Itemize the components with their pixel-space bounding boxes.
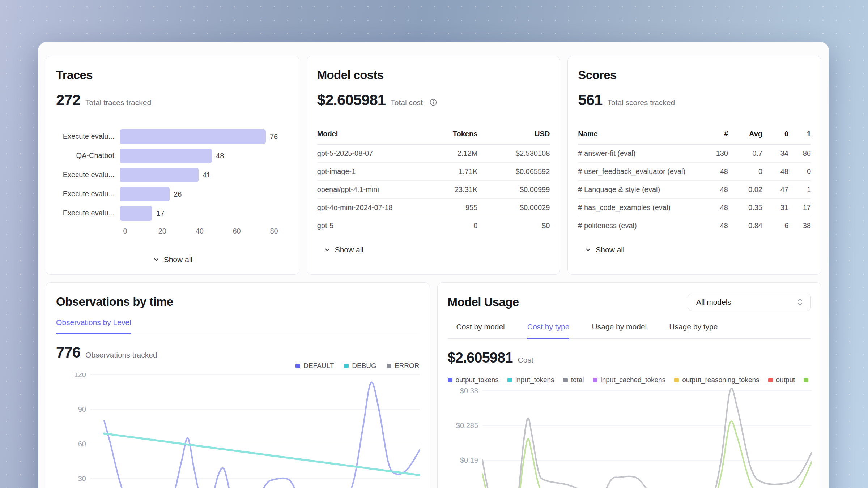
bar-value-label: 26 (174, 187, 182, 201)
table-cell: 1 (788, 181, 811, 199)
table-cell: # user_feedback_evaluator (eval) (578, 163, 699, 181)
series-total-line (482, 389, 812, 488)
legend-color-dot (593, 378, 597, 382)
legend-color-dot (768, 378, 773, 382)
table-cell: gpt-5-2025-08-07 (317, 145, 418, 163)
bar-row: Execute evalu...26 (56, 184, 289, 204)
table-cell: 48 (699, 199, 728, 217)
card-title: Model costs (317, 68, 550, 82)
tab-observations-by-level[interactable]: Observations by Level (56, 318, 131, 334)
legend-item: DEBUG (344, 362, 376, 370)
table-header-cell: 1 (788, 130, 811, 145)
info-icon (429, 98, 437, 106)
table-header-cell: USD (477, 130, 550, 145)
table-header-cell: # (699, 130, 728, 145)
table-cell: 955 (418, 199, 477, 217)
table-cell: 0 (788, 163, 811, 181)
show-all-label: Show all (164, 255, 192, 264)
chevron-down-icon (324, 246, 331, 253)
table-cell: 31 (762, 199, 788, 217)
legend-label: input_cached_tokens (601, 376, 666, 384)
table-cell: gpt-4o-mini-2024-07-18 (317, 199, 418, 217)
series-DEFAULT-line (104, 382, 420, 488)
stat-value: $2.605981 (448, 350, 513, 366)
table-cell: # politeness (eval) (578, 217, 699, 235)
model-usage-header: Model Usage All models (448, 294, 811, 311)
bar-track: 41 (120, 168, 289, 182)
legend-label: output_reasoning_tokens (682, 376, 759, 384)
show-all-button[interactable]: Show all (324, 245, 363, 254)
card-traces: Traces 272 Total traces tracked Execute … (46, 56, 299, 275)
bar-value-label: 41 (203, 168, 210, 182)
bar (120, 168, 199, 182)
card-model-costs: Model costs $2.605981 Total cost ModelTo… (307, 56, 561, 275)
table-cell: 0.35 (728, 199, 762, 217)
stat-row: $2.605981 Total cost (317, 91, 550, 109)
y-axis-tick-label: 90 (78, 405, 86, 413)
bar-value-label: 17 (156, 206, 164, 221)
dashboard-container: Traces 272 Total traces tracked Execute … (38, 42, 829, 488)
table-row: gpt-50$0 (317, 217, 550, 235)
model-select-value: All models (696, 298, 731, 307)
table-cell: 0 (418, 217, 477, 235)
y-axis-tick-label: 30 (78, 475, 86, 483)
table-cell: 47 (762, 181, 788, 199)
tab-cost-by-model[interactable]: Cost by model (456, 322, 505, 339)
tab-usage-by-type[interactable]: Usage by type (669, 322, 718, 339)
legend-color-dot (344, 364, 349, 368)
legend-color-dot (804, 378, 808, 382)
card-title: Scores (578, 68, 811, 82)
table-cell: $0.00999 (477, 181, 550, 199)
tab-usage-by-model[interactable]: Usage by model (592, 322, 647, 339)
model-select[interactable]: All models (688, 294, 811, 311)
table-cell: 6 (762, 217, 788, 235)
card-title: Model Usage (448, 295, 519, 309)
model-usage-chart-wrap: $0.38$0.285$0.19 (448, 388, 811, 488)
stat-value: 272 (56, 91, 80, 109)
table-cell: # answer-fit (eval) (578, 145, 699, 163)
table-cell: 0.02 (728, 181, 762, 199)
table-row: # politeness (eval)480.84638 (578, 217, 811, 235)
stat-label: Cost (518, 356, 533, 364)
table-header-cell: Tokens (418, 130, 477, 145)
legend-color-dot (674, 378, 679, 382)
show-all-button[interactable]: Show all (584, 245, 624, 254)
show-all-button[interactable]: Show all (153, 255, 192, 264)
legend-label: output (776, 376, 795, 384)
table-cell: openai/gpt-4.1-mini (317, 181, 418, 199)
top-card-row: Traces 272 Total traces tracked Execute … (46, 56, 821, 275)
bar-track: 48 (120, 149, 289, 163)
table-cell: 48 (762, 163, 788, 181)
chevron-down-icon (584, 246, 592, 253)
table-cell: 0 (728, 163, 762, 181)
bar (120, 206, 152, 221)
bar-value-label: 48 (216, 149, 224, 163)
y-axis-tick-label: $0.38 (460, 388, 478, 395)
x-axis-tick: 20 (158, 227, 166, 235)
legend-item: output_reasoning_tokens (674, 376, 759, 384)
observations-tabs: Observations by Level (56, 318, 420, 334)
stat-row: 561 Total scores tracked (578, 91, 811, 109)
tab-cost-by-type[interactable]: Cost by type (527, 322, 570, 339)
table-row: # has_code_examples (eval)480.353117 (578, 199, 811, 217)
model-usage-legend: output_tokensinput_tokenstotalinput_cach… (448, 376, 811, 384)
table-cell: gpt-5 (317, 217, 418, 235)
bar (120, 129, 266, 144)
stat-row: $2.605981 Cost (448, 350, 811, 366)
table-cell: 48 (699, 163, 728, 181)
legend-color-dot (563, 378, 568, 382)
stat-label: Total cost (391, 98, 423, 107)
table-cell: 130 (699, 145, 728, 163)
legend-item: inp (804, 376, 811, 384)
card-title: Traces (56, 68, 289, 82)
stat-label: Total scores tracked (607, 98, 675, 107)
legend-item: total (563, 376, 584, 384)
table-cell: # Language & style (eval) (578, 181, 699, 199)
stat-label: Total traces tracked (85, 98, 151, 107)
model-usage-line-chart: $0.38$0.285$0.19 (448, 388, 812, 488)
model-usage-tabs: Cost by modelCost by typeUsage by modelU… (448, 322, 811, 339)
legend-label: output_tokens (456, 376, 499, 384)
legend-item: ERROR (387, 362, 420, 370)
legend-item: input_tokens (507, 376, 554, 384)
bar-track: 17 (120, 206, 289, 221)
